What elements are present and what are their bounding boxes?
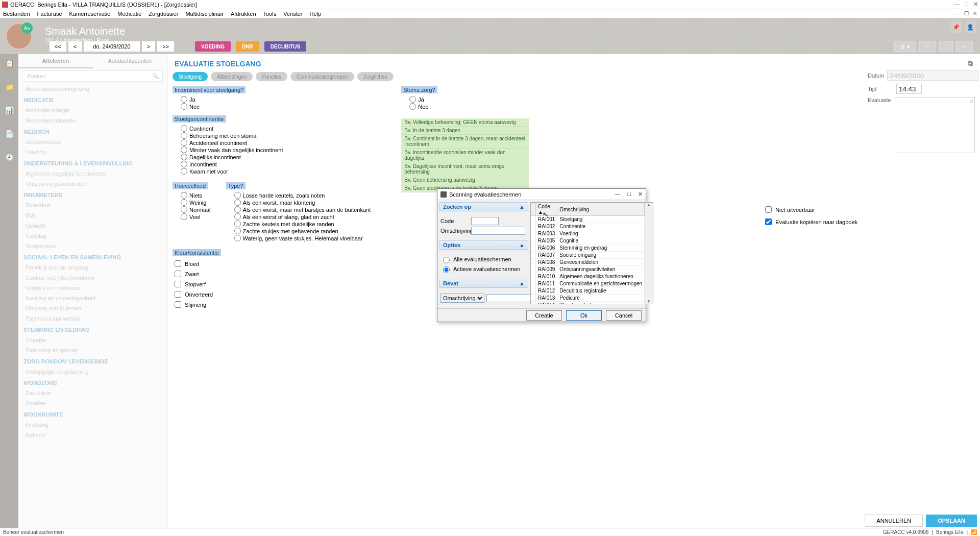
table-row[interactable]: RAI007Sociale omgang xyxy=(531,252,645,259)
table-row[interactable]: RAI013Pedicure xyxy=(531,295,645,302)
dialog-close-icon[interactable]: ✕ xyxy=(638,191,643,198)
radio-option[interactable]: Nee xyxy=(173,103,371,110)
nav-back-button[interactable]: ← xyxy=(919,41,936,52)
table-row[interactable]: RAI008Geneesmiddelen xyxy=(531,259,645,266)
subtab[interactable]: Functies xyxy=(256,72,287,81)
mdi-minimize-icon[interactable]: — xyxy=(955,11,960,16)
menu-medicatie[interactable]: Medicatie xyxy=(117,11,141,17)
radio-option[interactable]: Kwam niet voor xyxy=(173,168,371,175)
menu-kamerreservatie[interactable]: Kamerreservatie xyxy=(69,11,111,17)
current-date[interactable]: do. 24/09/2020 xyxy=(83,41,140,52)
subtab[interactable]: Afbeeldingen xyxy=(211,72,253,81)
grid-selector-col[interactable] xyxy=(531,203,536,216)
radio-option[interactable]: Ja xyxy=(401,96,529,103)
tag-voeding[interactable]: VOEDING xyxy=(195,41,231,52)
nav-down-button[interactable]: ↓ xyxy=(939,41,953,52)
menu-bestanden[interactable]: Bestanden xyxy=(3,11,30,17)
table-row[interactable]: RAI009Ontspanningsactiviteiten xyxy=(531,266,645,273)
section-bevat[interactable]: Bevat▲ xyxy=(439,279,528,288)
collapse-icon[interactable]: ▲ xyxy=(519,280,525,286)
radio-option[interactable]: Nee xyxy=(401,103,529,110)
menu-multidisciplinair[interactable]: Multidisciplinair xyxy=(185,11,224,17)
mdi-restore-icon[interactable]: ❐ xyxy=(964,11,969,16)
date-field[interactable] xyxy=(887,70,978,81)
opt-active-radio[interactable] xyxy=(443,266,450,273)
radio-option[interactable]: Weinig xyxy=(173,199,211,206)
popout-icon[interactable]: ⧉ xyxy=(968,59,973,68)
section-opties[interactable]: Opties▲ xyxy=(439,240,528,250)
checkbox-option[interactable]: Slijmerig xyxy=(173,300,371,309)
grid-scrollbar[interactable] xyxy=(645,203,653,304)
eval-menu-icon[interactable]: ≡ xyxy=(970,99,973,105)
annuleren-button[interactable]: ANNULEREN xyxy=(865,515,923,527)
rail-document-icon[interactable]: 📄 xyxy=(3,128,15,140)
tag-dnr[interactable]: DNR xyxy=(236,41,259,52)
collapse-icon[interactable]: ▲ xyxy=(519,242,525,248)
radio-option[interactable]: Accidenteel incontinent xyxy=(173,139,371,146)
subtab[interactable]: Zorgfiches xyxy=(357,72,394,81)
rail-clipboard-icon[interactable]: 📋 xyxy=(3,57,15,69)
radio-option[interactable]: Zachte keutels met duidelijke randen xyxy=(226,221,371,227)
radio-option[interactable]: Zachte stukjes met gehavende randen xyxy=(226,228,371,234)
table-row[interactable]: RAI003Voeding xyxy=(531,230,645,237)
table-row[interactable]: RAI011Communicatie en gezichtsvermogen xyxy=(531,280,645,287)
results-grid[interactable]: Code ▲ Omschrijving RAI001StoelgangRAI00… xyxy=(530,202,653,304)
menu-afdrukken[interactable]: Afdrukken xyxy=(231,11,256,17)
table-row[interactable]: RAI002Continentie xyxy=(531,223,645,230)
time-field[interactable] xyxy=(896,84,922,94)
date-prev2-button[interactable]: << xyxy=(49,41,67,52)
table-row[interactable]: RAI006Stemming en gedrag xyxy=(531,245,645,252)
dialog-minimize-icon[interactable]: — xyxy=(615,191,620,198)
radio-option[interactable]: Incontinent xyxy=(173,161,371,167)
nav-forward-button[interactable]: → xyxy=(956,41,973,52)
rail-folder-icon[interactable]: 📁 xyxy=(3,81,15,93)
collapse-icon[interactable]: ▲ xyxy=(519,204,525,210)
code-input[interactable] xyxy=(471,217,499,225)
radio-option[interactable]: Als een worst, maar met barstjes aan de … xyxy=(226,206,371,213)
filter-field-select[interactable]: Omschrijving xyxy=(440,294,484,303)
menu-zorgdossier[interactable]: Zorgdossier xyxy=(149,11,178,17)
header-user-button[interactable]: 👤 xyxy=(965,21,976,33)
date-next-button[interactable]: > xyxy=(141,41,156,52)
radio-option[interactable]: Normaal xyxy=(173,206,211,213)
table-row[interactable]: RAI010Algemeen dagelijks functioneren xyxy=(531,273,645,280)
radio-option[interactable]: Beheersing met een stoma xyxy=(173,132,371,139)
rail-chart-icon[interactable]: 📊 xyxy=(3,104,15,116)
header-pin-button[interactable]: 📌 xyxy=(950,21,962,33)
radio-option[interactable]: Losse harde keutels, zoals noten xyxy=(226,192,371,199)
grid-col-code[interactable]: Code ▲ xyxy=(536,203,557,216)
checkbox-option[interactable]: Stopverf xyxy=(173,279,371,289)
create-button[interactable]: Creatie xyxy=(526,310,562,321)
table-row[interactable]: RAI005Cognitie xyxy=(531,237,645,245)
opslaan-button[interactable]: OPSLAAN xyxy=(926,515,977,527)
mdi-close-icon[interactable]: ✕ xyxy=(973,11,977,16)
rail-history-icon[interactable]: 🕘 xyxy=(3,151,15,163)
tag-decubitus[interactable]: DECUBITUS xyxy=(264,41,306,52)
print-dropdown-button[interactable]: 🖨 ▾ xyxy=(894,41,916,52)
menu-help[interactable]: Help xyxy=(310,11,322,17)
section-zoeken[interactable]: Zoeken op▲ xyxy=(439,202,528,211)
chk-niet-uitvoerbaar[interactable]: Niet uitvoerbaar xyxy=(763,205,857,214)
radio-option[interactable]: Als een worst, maar klonterig xyxy=(226,199,371,206)
checkbox-option[interactable]: Onverteerd xyxy=(173,289,371,299)
ok-button[interactable]: Ok xyxy=(566,310,602,321)
grid-col-desc[interactable]: Omschrijving xyxy=(557,203,645,216)
desc-input[interactable] xyxy=(471,227,525,235)
radio-option[interactable]: Dagelijks incontinent xyxy=(173,154,371,160)
radio-option[interactable]: Minder vaak dan dagelijks incontinent xyxy=(173,147,371,153)
table-row[interactable]: RAI014Wondregistratie xyxy=(531,302,645,304)
date-prev-button[interactable]: < xyxy=(68,41,82,52)
minimize-icon[interactable]: — xyxy=(954,1,960,8)
radio-option[interactable]: Als een worst of slang, glad en zacht xyxy=(226,213,371,220)
checkbox-option[interactable]: Zwart xyxy=(173,269,371,279)
subtab[interactable]: Communicatiegroepen xyxy=(290,72,354,81)
radio-option[interactable]: Ja xyxy=(173,96,371,103)
radio-option[interactable]: Continent xyxy=(173,125,371,132)
cancel-button[interactable]: Cancel xyxy=(606,310,642,321)
chk-kopieer-dagboek[interactable]: Evaluatie kopiëren naar dagboek xyxy=(763,217,857,227)
subtab[interactable]: Stoelgang xyxy=(173,72,208,81)
maximize-icon[interactable]: □ xyxy=(965,1,968,8)
menu-venster[interactable]: Venster xyxy=(283,11,302,17)
checkbox-option[interactable]: Bloed xyxy=(173,259,371,269)
menu-tools[interactable]: Tools xyxy=(263,11,277,17)
